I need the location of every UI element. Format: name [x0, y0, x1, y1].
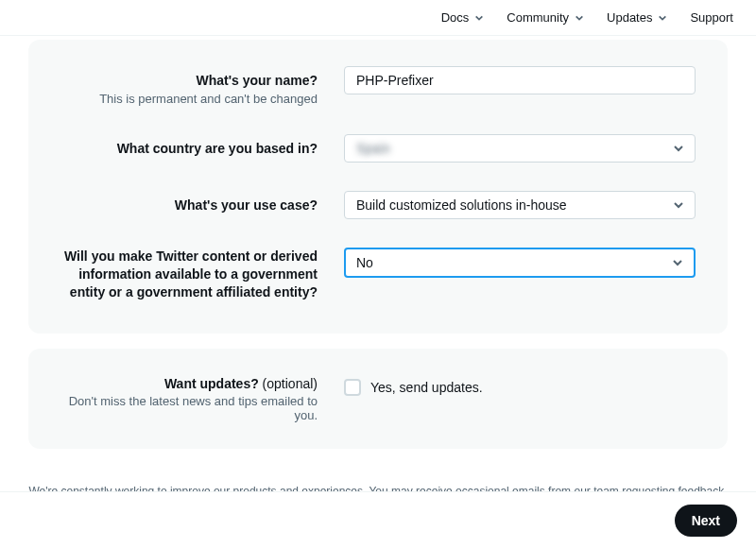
gov-value: No	[356, 255, 373, 270]
nav-community[interactable]: Community	[507, 10, 584, 25]
nav-support[interactable]: Support	[690, 10, 733, 25]
updates-checkbox-label: Yes, send updates.	[370, 380, 483, 395]
nav-updates[interactable]: Updates	[607, 10, 667, 25]
updates-checkbox[interactable]	[344, 379, 361, 396]
nav-docs[interactable]: Docs	[441, 10, 485, 25]
row-country: What country are you based in? Spain	[60, 134, 696, 163]
next-button[interactable]: Next	[675, 505, 737, 537]
top-nav: Docs Community Updates Support	[0, 0, 756, 36]
chevron-down-icon	[672, 198, 685, 212]
usecase-label: What's your use case?	[60, 197, 318, 214]
country-label: What country are you based in?	[60, 140, 318, 158]
row-updates: Want updates? (optional) Don't miss the …	[60, 375, 696, 423]
row-usecase: What's your use case? Build customized s…	[60, 191, 696, 219]
updates-hint: Don't miss the latest news and tips emai…	[60, 394, 318, 422]
chevron-down-icon	[474, 13, 484, 23]
nav-updates-label: Updates	[607, 10, 652, 25]
name-input[interactable]	[344, 66, 696, 94]
usecase-value: Build customized solutions in-house	[356, 197, 567, 213]
nav-community-label: Community	[507, 10, 569, 25]
chevron-down-icon	[575, 13, 584, 23]
chevron-down-icon	[658, 13, 667, 23]
name-label: What's your name?	[60, 72, 318, 90]
country-value: Spain	[356, 141, 390, 156]
updates-panel: Want updates? (optional) Don't miss the …	[28, 349, 728, 450]
page-body: What's your name? This is permanent and …	[0, 40, 756, 498]
updates-label: Want updates? (optional)	[60, 375, 318, 393]
row-name: What's your name? This is permanent and …	[60, 66, 696, 106]
chevron-down-icon	[671, 256, 684, 269]
gov-select[interactable]: No	[344, 248, 696, 278]
row-gov: Will you make Twitter content or derived…	[60, 248, 696, 301]
gov-label: Will you make Twitter content or derived…	[60, 248, 318, 301]
form-panel: What's your name? This is permanent and …	[28, 40, 728, 334]
chevron-down-icon	[672, 142, 685, 155]
country-select[interactable]: Spain	[344, 134, 696, 163]
usecase-select[interactable]: Build customized solutions in-house	[344, 191, 696, 219]
updates-checkbox-row[interactable]: Yes, send updates.	[344, 375, 696, 396]
nav-support-label: Support	[690, 10, 733, 25]
nav-docs-label: Docs	[441, 10, 470, 25]
name-hint: This is permanent and can't be changed	[60, 92, 318, 106]
bottom-bar: Next	[0, 491, 756, 548]
